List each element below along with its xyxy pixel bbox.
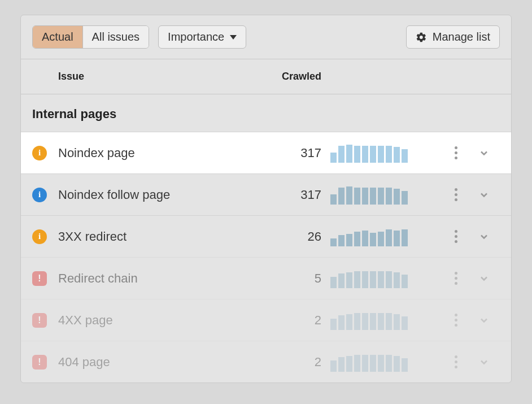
gear-icon [416,32,427,43]
table-row[interactable]: !Redirect chain5 [21,257,511,299]
sparkline [330,269,443,288]
col-header-issue: Issue [58,71,263,82]
sort-dropdown-label: Importance [168,31,224,44]
issue-name: 3XX redirect [58,229,263,244]
table-row[interactable]: !4XX page2 [21,299,511,341]
col-header-crawled: Crawled [263,71,330,82]
table-row[interactable]: iNoindex follow page317 [21,173,511,215]
chevron-down-icon[interactable] [468,231,500,242]
sparkline [330,144,443,163]
kebab-menu-icon[interactable] [443,146,468,159]
table-row[interactable]: i3XX redirect26 [21,215,511,257]
crawled-count: 317 [263,188,330,202]
section-title: Internal pages [21,94,511,132]
kebab-menu-icon[interactable] [443,355,468,368]
issue-name: 404 page [58,355,263,370]
error-icon: ! [32,313,47,328]
issues-table: iNoindex page317iNoindex follow page317i… [21,132,511,383]
table-row[interactable]: iNoindex page317 [21,132,511,173]
sparkline [330,311,443,330]
segment-actual[interactable]: Actual [33,26,82,48]
kebab-menu-icon[interactable] [443,314,468,327]
kebab-menu-icon[interactable] [443,230,468,243]
table-row[interactable]: !404 page2 [21,341,511,383]
table-headers: Issue Crawled [21,59,511,94]
crawled-count: 2 [263,313,330,328]
info-icon: i [32,188,47,202]
sort-dropdown[interactable]: Importance [158,25,246,49]
crawled-count: 5 [263,271,330,286]
chevron-down-icon[interactable] [468,357,500,368]
issue-name: 4XX page [58,313,263,328]
sparkline [330,353,443,372]
issue-name: Noindex page [58,146,263,160]
sparkline [330,227,443,246]
chevron-down-icon[interactable] [468,315,500,326]
manage-list-label: Manage list [433,31,490,44]
issue-name: Noindex follow page [58,188,263,202]
issues-panel: Actual All issues Importance Manage list… [20,15,512,383]
crawled-count: 26 [263,229,330,244]
error-icon: ! [32,355,47,370]
kebab-menu-icon[interactable] [443,272,468,285]
warning-icon: i [32,229,47,244]
chevron-down-icon[interactable] [468,273,500,284]
sparkline [330,185,443,205]
caret-down-icon [230,35,237,40]
error-icon: ! [32,271,47,286]
crawled-count: 317 [263,146,330,160]
issue-name: Redirect chain [58,271,263,286]
segment-all-issues[interactable]: All issues [82,26,149,48]
issue-filter-segment: Actual All issues [32,25,149,49]
toolbar: Actual All issues Importance Manage list [21,15,511,59]
manage-list-button[interactable]: Manage list [406,25,500,49]
chevron-down-icon[interactable] [468,147,500,159]
crawled-count: 2 [263,355,330,370]
chevron-down-icon[interactable] [468,189,500,201]
kebab-menu-icon[interactable] [443,188,468,201]
warning-icon: i [32,146,47,160]
